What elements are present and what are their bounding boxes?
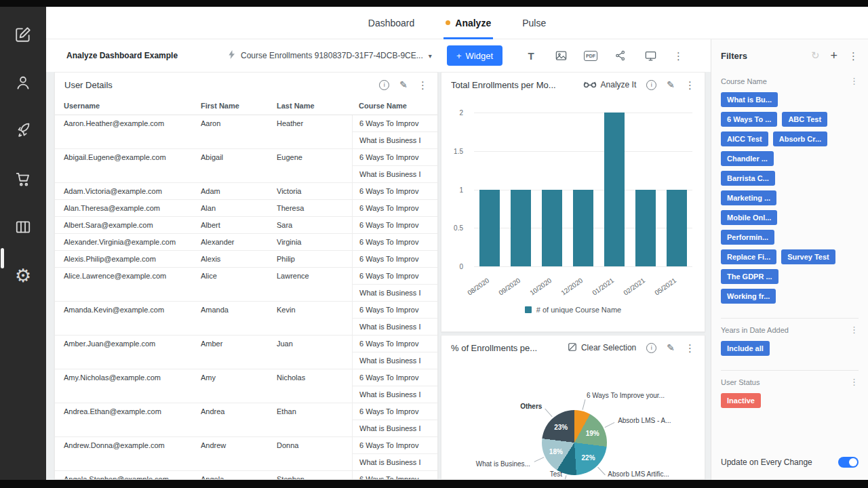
filter-chip[interactable]: Working fr... bbox=[721, 289, 776, 304]
info-icon[interactable]: i bbox=[379, 80, 389, 90]
bar[interactable] bbox=[542, 190, 562, 267]
course-entry: What is Business I bbox=[353, 284, 437, 301]
add-widget-button[interactable]: + Widget bbox=[447, 45, 502, 66]
filter-chip[interactable]: Inactive bbox=[721, 393, 761, 408]
dataset-selector[interactable]: Course Enrollments 9180837D-31F7-4DCB-9C… bbox=[228, 49, 432, 62]
filter-chip[interactable]: Mobile Onl... bbox=[721, 210, 777, 225]
bar[interactable] bbox=[667, 190, 687, 267]
filter-chip[interactable]: ABC Test bbox=[782, 112, 827, 127]
top-black-strip bbox=[0, 0, 868, 7]
filter-chip[interactable]: AICC Test bbox=[721, 131, 768, 146]
share-icon[interactable] bbox=[614, 49, 627, 62]
filter-chip[interactable]: Replace Fi... bbox=[721, 249, 776, 264]
users-icon[interactable] bbox=[13, 73, 33, 93]
update-toggle[interactable] bbox=[838, 457, 859, 468]
table-row[interactable]: Adam.Victoria@example.comAdamVictoria6 W… bbox=[55, 183, 437, 200]
col-first-name[interactable]: First Name bbox=[201, 102, 277, 110]
filter-chip[interactable]: Barrista C... bbox=[721, 171, 775, 186]
table-row[interactable]: Angela.Stephen@example.comAngelaStephen6… bbox=[55, 471, 437, 480]
bar[interactable] bbox=[604, 113, 625, 266]
table-row[interactable]: Andrew.Donna@example.comAndrewDonna6 Way… bbox=[55, 437, 437, 471]
bar[interactable] bbox=[511, 190, 531, 267]
widget-enrollments-pie: % of Enrollments pe... Clear Selection i… bbox=[441, 335, 705, 480]
display-icon[interactable] bbox=[644, 49, 657, 62]
filter-chip[interactable]: What is Bu... bbox=[721, 92, 778, 107]
filter-chip[interactable]: Chandler ... bbox=[721, 151, 774, 166]
edit-icon[interactable]: ✎ bbox=[399, 79, 408, 90]
filter-chip[interactable]: Survey Test bbox=[781, 249, 835, 264]
y-tick-label: 0 bbox=[441, 263, 463, 270]
filter-chip[interactable]: The GDPR ... bbox=[721, 269, 778, 284]
table-row[interactable]: Abigail.Eugene@example.comAbigailEugene6… bbox=[55, 149, 437, 183]
bar[interactable] bbox=[479, 190, 500, 267]
filter-chip[interactable]: Absorb Cr... bbox=[773, 131, 827, 146]
col-course-name[interactable]: Course Name bbox=[352, 102, 437, 110]
table-row[interactable]: Amanda.Kevin@example.comAmandaKevin6 Way… bbox=[55, 302, 437, 336]
pie-chart[interactable] bbox=[542, 410, 607, 475]
image-widget-icon[interactable] bbox=[554, 49, 568, 62]
table-columns-icon[interactable] bbox=[13, 217, 33, 237]
info-icon[interactable]: i bbox=[646, 80, 656, 90]
edit-icon[interactable]: ✎ bbox=[667, 342, 675, 353]
col-username[interactable]: Username bbox=[55, 102, 201, 110]
more-icon[interactable]: ⋮ bbox=[685, 343, 695, 353]
bar[interactable] bbox=[573, 190, 593, 267]
filter-chip[interactable]: 6 Ways To ... bbox=[721, 112, 777, 127]
cell-first-name: Angela bbox=[201, 471, 277, 480]
tab-pulse[interactable]: Pulse bbox=[522, 7, 546, 39]
filter-chip-row: Replace Fi...Survey Test bbox=[721, 249, 859, 264]
cell-last-name: Theresa bbox=[277, 200, 352, 216]
gear-icon[interactable]: ⚙ bbox=[13, 265, 33, 285]
filter-chip[interactable]: Performin... bbox=[721, 230, 774, 245]
bar[interactable] bbox=[635, 190, 656, 267]
course-entry: 6 Ways To Improv bbox=[353, 403, 437, 420]
more-icon[interactable]: ⋮ bbox=[673, 51, 684, 61]
tab-dashboard[interactable]: Dashboard bbox=[368, 7, 415, 39]
tab-analyze[interactable]: Analyze bbox=[446, 7, 491, 39]
more-icon[interactable]: ⋮ bbox=[850, 378, 859, 386]
pdf-export-icon[interactable]: PDF bbox=[584, 49, 597, 62]
more-icon[interactable]: ⋮ bbox=[848, 51, 859, 61]
dashboard-title: Analyze Dashboard Example bbox=[66, 51, 228, 60]
info-icon[interactable]: i bbox=[646, 343, 656, 353]
gridline bbox=[474, 266, 692, 267]
y-tick-label: 1 bbox=[441, 186, 463, 193]
pie-leader-line bbox=[563, 475, 566, 480]
course-entry: 6 Ways To Improv bbox=[353, 437, 437, 453]
table-row[interactable]: Alice.Lawrence@example.comAliceLawrence6… bbox=[55, 268, 437, 302]
cell-course-name: 6 Ways To Improv bbox=[352, 471, 437, 480]
cell-first-name: Alan bbox=[201, 200, 277, 216]
text-widget-icon[interactable]: T bbox=[524, 49, 538, 62]
filter-chip[interactable]: Marketing ... bbox=[721, 190, 776, 205]
course-entry: What is Business I bbox=[353, 131, 437, 148]
table-row[interactable]: Alan.Theresa@example.comAlanTheresa6 Way… bbox=[55, 200, 437, 217]
cell-username: Alexander.Virginia@example.com bbox=[55, 234, 201, 250]
more-icon[interactable]: ⋮ bbox=[418, 80, 428, 90]
filter-chip[interactable]: Include all bbox=[721, 341, 770, 356]
add-filter-icon[interactable]: + bbox=[830, 49, 837, 62]
table-row[interactable]: Albert.Sara@example.comAlbertSara6 Ways … bbox=[55, 217, 437, 234]
active-tab-dot bbox=[446, 20, 450, 25]
edit-icon[interactable]: ✎ bbox=[667, 79, 675, 90]
table-row[interactable]: Alexander.Virginia@example.comAlexanderV… bbox=[55, 234, 437, 251]
more-icon[interactable]: ⋮ bbox=[850, 325, 859, 334]
analyze-it-button[interactable]: Analyze It bbox=[583, 80, 637, 90]
table-row[interactable]: Amy.Nicholas@example.comAmyNicholas6 Way… bbox=[55, 369, 437, 403]
gridline bbox=[474, 113, 692, 113]
filter-chip-row: Working fr... bbox=[721, 289, 859, 304]
table-row[interactable]: Andrea.Ethan@example.comAndreaEthan6 Way… bbox=[55, 403, 437, 437]
refresh-icon[interactable]: ↻ bbox=[811, 49, 820, 62]
rocket-icon[interactable] bbox=[13, 121, 33, 141]
scrollbar-thumb[interactable] bbox=[1, 248, 4, 268]
more-icon[interactable]: ⋮ bbox=[850, 77, 859, 85]
cart-icon[interactable] bbox=[13, 169, 33, 189]
table-row[interactable]: Alexis.Philip@example.comAlexisPhilip6 W… bbox=[55, 251, 437, 268]
cell-course-name: 6 Ways To Improv bbox=[352, 251, 437, 267]
table-row[interactable]: Amber.Juan@example.comAmberJuan6 Ways To… bbox=[55, 336, 437, 369]
table-row[interactable]: Aaron.Heather@example.comAaronHeather6 W… bbox=[55, 115, 437, 149]
clear-selection-button[interactable]: Clear Selection bbox=[568, 342, 636, 354]
more-icon[interactable]: ⋮ bbox=[685, 80, 695, 90]
compose-icon[interactable] bbox=[13, 24, 33, 45]
col-last-name[interactable]: Last Name bbox=[277, 102, 352, 110]
cell-username: Alice.Lawrence@example.com bbox=[55, 268, 201, 301]
